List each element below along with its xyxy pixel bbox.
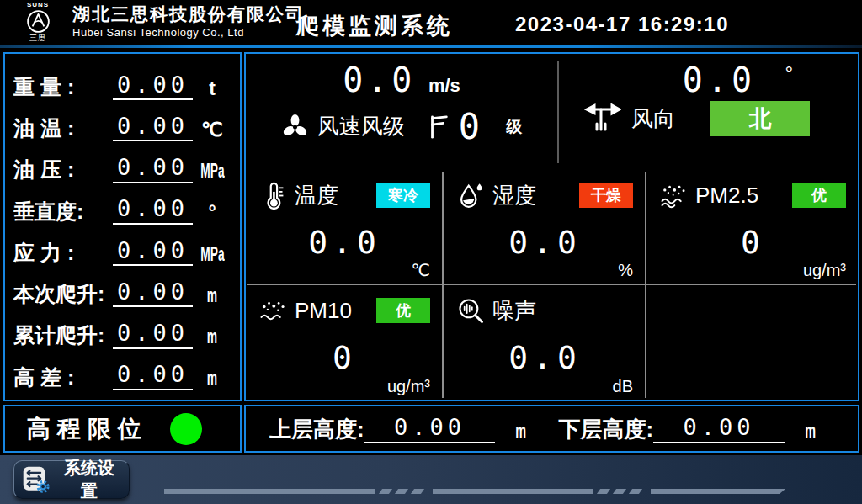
system-settings-button[interactable]: 系统设置	[13, 460, 130, 499]
sansi-logo-icon	[26, 9, 51, 34]
sensor-value: 0.0	[259, 224, 430, 261]
metric-row-oil-pressure: 油 压 : 0.00 MPa	[13, 146, 231, 183]
metric-label: 本次爬升:	[13, 281, 113, 307]
metric-value: 0.00	[113, 279, 193, 307]
wind-speed-unit: m/s	[428, 75, 460, 96]
wind-direction-readout: 0.0 °	[559, 61, 858, 99]
metric-label: 重 量 :	[13, 74, 113, 100]
metric-value: 0.00	[113, 237, 193, 266]
metric-unit: m	[200, 367, 224, 390]
upper-height-unit: m	[515, 419, 526, 443]
elevation-limit-status-lamp	[170, 413, 202, 445]
metric-label: 应 力 :	[13, 240, 113, 266]
header-divider-line	[0, 45, 862, 48]
settings-button-label: 系统设置	[57, 457, 121, 502]
lower-height-value: 0.00	[653, 414, 784, 443]
sensor-cell-noise: 噪声 0.0 dB	[444, 285, 645, 400]
upper-height-label: 上层高度:	[269, 416, 364, 443]
humidity-status-badge: 干燥	[579, 183, 633, 208]
metric-unit: MPa	[200, 243, 224, 267]
metric-row-weight: 重 量 : 0.00 t	[13, 63, 231, 100]
metric-unit: ℃	[193, 119, 231, 142]
metric-label: 油 压 :	[13, 157, 113, 183]
metric-label: 垂直度:	[13, 199, 113, 225]
sensor-value: 0.0	[457, 339, 633, 376]
environment-panel: 0.0 m/s 风速风级	[244, 52, 859, 401]
header: SUNS 三思 湖北三思科技股份有限公司 Hubei Sansi Technol…	[0, 0, 862, 45]
wind-speed-value: 0.0	[343, 61, 416, 99]
metric-value: 0.00	[113, 72, 193, 100]
company-name-cn: 湖北三思科技股份有限公司	[72, 4, 305, 24]
sensor-cell-humidity: 湿度 干燥 0.0 %	[444, 170, 645, 284]
metric-value: 0.00	[113, 320, 193, 348]
wind-direction-section: 0.0 ° 风向 北	[559, 54, 858, 168]
sensor-label: PM10	[295, 298, 352, 324]
metric-row-current-climb: 本次爬升: 0.00 m	[13, 270, 231, 307]
temperature-status-badge: 寒冷	[376, 183, 430, 208]
upper-height-value: 0.00	[364, 414, 495, 443]
sensor-value: 0	[660, 224, 846, 261]
decor-stripe	[164, 489, 785, 494]
sensor-value: 0.0	[457, 224, 633, 261]
metric-row-stress: 应 力 : 0.00 MPa	[13, 229, 231, 266]
sensor-value: 0	[259, 339, 430, 376]
sensor-label: 湿度	[492, 181, 536, 210]
sensor-cell-temperature: 温度 寒冷 0.0 ℃	[246, 170, 442, 284]
lower-height-unit: m	[805, 419, 816, 443]
wind-direction-unit: °	[785, 61, 794, 84]
sensor-unit: ug/m³	[803, 261, 846, 280]
metric-label: 油 温 :	[13, 115, 113, 141]
sensor-unit: dB	[613, 377, 633, 396]
metric-unit: t	[193, 77, 231, 101]
metric-row-total-climb: 累计爬升: 0.00 m	[13, 312, 231, 349]
pm25-icon	[660, 182, 688, 210]
wind-vane-icon	[584, 103, 621, 134]
metrics-panel: 重 量 : 0.00 t 油 温 : 0.00 ℃ 油 压 : 0.00 MPa…	[3, 52, 242, 401]
metric-label: 累计爬升:	[13, 322, 113, 348]
wind-speed-readout: 0.0 m/s	[246, 61, 557, 99]
elevation-limit-label: 高程限位	[27, 413, 148, 445]
sensor-cell-pm10: PM10 优 0 ug/m³	[246, 285, 442, 400]
wind-level-value: 0	[459, 106, 484, 147]
sensor-unit: ug/m³	[387, 377, 430, 396]
metric-row-verticality: 垂直度: 0.00 °	[13, 188, 231, 225]
upper-height-group: 上层高度: 0.00 m	[263, 414, 552, 443]
company-name: 湖北三思科技股份有限公司 Hubei Sansi Technology Co.,…	[72, 4, 305, 40]
wind-speed-section: 0.0 m/s 风速风级	[246, 54, 557, 168]
page-title: 爬模监测系统	[296, 11, 453, 41]
datetime-display: 2023-04-17 16:29:10	[515, 13, 729, 36]
wind-direction-label: 风向	[631, 104, 675, 134]
logo-sansi-text: 三思	[29, 34, 46, 42]
metric-value: 0.00	[113, 154, 193, 183]
sensor-cell-pm25: PM2.5 优 0 ug/m³	[646, 170, 858, 284]
layer-heights-panel: 上层高度: 0.00 m 下层高度: 0.00 m	[244, 405, 859, 453]
sensor-label: 噪声	[492, 296, 536, 326]
climbing-formwork-monitor-screen: SUNS 三思 湖北三思科技股份有限公司 Hubei Sansi Technol…	[0, 0, 862, 504]
humidity-icon	[457, 182, 485, 210]
elevation-limit-panel: 高程限位	[3, 405, 242, 453]
settings-icon	[22, 465, 51, 494]
metric-value: 0.00	[113, 113, 193, 141]
metric-value: 0.00	[113, 361, 193, 390]
wind-level-flag-icon	[427, 114, 450, 141]
fan-icon	[281, 113, 309, 141]
logo-suns-text: SUNS	[27, 2, 49, 8]
wind-direction-badge: 北	[710, 101, 810, 136]
pm10-icon	[259, 297, 287, 325]
company-logo: SUNS 三思	[10, 2, 66, 42]
metric-row-height-diff: 高 差 : 0.00 m	[13, 353, 231, 390]
metric-unit: m	[200, 326, 224, 349]
metric-row-oil-temp: 油 温 : 0.00 ℃	[13, 104, 231, 141]
lower-height-group: 下层高度: 0.00 m	[552, 414, 842, 443]
wind-direction-value: 0.0	[683, 61, 756, 99]
pm10-status-badge: 优	[376, 298, 430, 323]
noise-icon	[457, 297, 485, 325]
company-name-en: Hubei Sansi Technology Co., Ltd	[72, 27, 305, 40]
metric-label: 高 差 :	[13, 364, 113, 390]
metric-unit: m	[200, 284, 224, 308]
wind-level-unit: 级	[506, 116, 522, 138]
sensor-label: PM2.5	[695, 183, 758, 209]
taskbar: 系统设置	[0, 455, 862, 504]
pm25-status-badge: 优	[792, 183, 846, 208]
metric-unit: °	[193, 201, 231, 225]
